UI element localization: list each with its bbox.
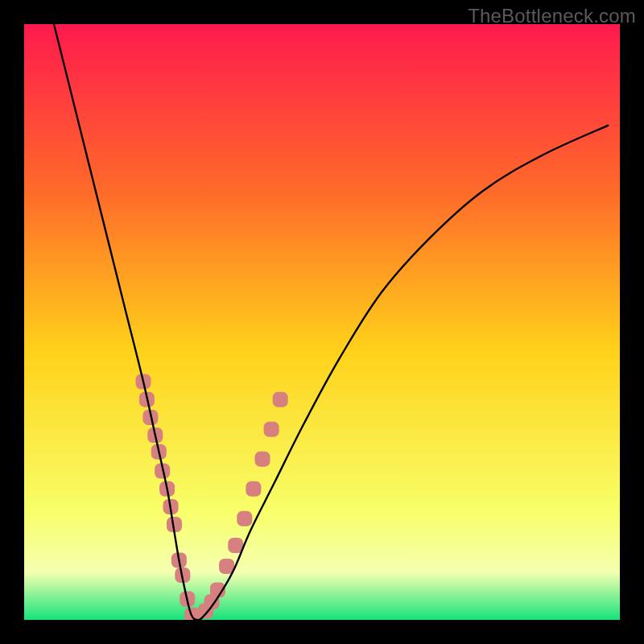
data-marker [273, 392, 288, 407]
bottleneck-curve [54, 24, 608, 620]
scatter-markers [136, 374, 288, 621]
chart-area [24, 24, 620, 620]
data-marker [255, 452, 270, 467]
outer-frame: TheBottleneck.com [0, 0, 644, 644]
curve-layer [24, 24, 620, 620]
data-marker [237, 511, 252, 526]
data-marker [264, 422, 279, 437]
data-marker [246, 481, 261, 497]
